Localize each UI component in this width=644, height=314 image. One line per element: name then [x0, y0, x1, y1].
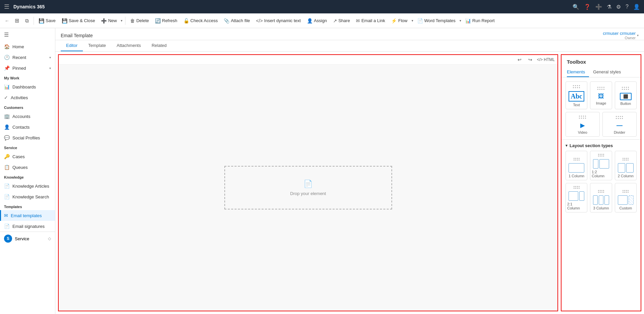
hamburger-icon[interactable]: ☰: [4, 3, 9, 10]
toolbox-tab-general-styles[interactable]: General styles: [593, 67, 625, 77]
service-section-label: Service: [0, 143, 55, 151]
share-button[interactable]: ↗ Share: [330, 17, 353, 25]
recent-chevron-icon: ▾: [49, 56, 51, 59]
layout-1col[interactable]: 1 Column: [566, 151, 587, 180]
layout-section-title: Layout section types: [570, 143, 613, 148]
check-access-button[interactable]: 🔓 Check Access: [181, 17, 221, 25]
element-button[interactable]: ⬛ Button: [615, 81, 637, 109]
drop-zone[interactable]: 📄 Drop your element: [224, 166, 392, 209]
sidebar-item-queues[interactable]: 📋 Queues: [0, 162, 55, 173]
new-dropdown[interactable]: ▾: [120, 17, 123, 24]
email-link-button[interactable]: ✉ Email a Link: [353, 17, 388, 25]
canvas-area: ↩ ↪ </> HTML 📄 Drop your element: [58, 54, 558, 311]
refresh-button[interactable]: 🔄 Refresh: [152, 17, 180, 25]
layout-grid: 1 Column 1:2 Column: [561, 151, 641, 216]
toolbox-tab-elements[interactable]: Elements: [567, 67, 589, 77]
drop-zone-text: Drop your element: [290, 191, 326, 196]
content-area: Email Template crmuser crmuser Owner ▾ E…: [55, 28, 644, 314]
owner-chevron-icon[interactable]: ▾: [637, 34, 639, 37]
flow-dropdown[interactable]: ▾: [411, 17, 414, 24]
filter-icon[interactable]: ⚗: [607, 4, 611, 10]
run-report-button[interactable]: 📊 Run Report: [463, 17, 497, 25]
view-button[interactable]: ⊞: [12, 16, 22, 25]
edit-button[interactable]: ⧉: [22, 16, 32, 25]
element-divider[interactable]: — Divider: [602, 112, 637, 137]
sidebar-item-contacts[interactable]: 👤 Contacts: [0, 122, 55, 132]
1-2col-dots: [598, 154, 604, 156]
word-templates-icon: 📄: [417, 18, 423, 23]
tab-attachments[interactable]: Attachments: [111, 40, 146, 51]
sidebar-item-social-profiles[interactable]: 💬 Social Profiles: [0, 132, 55, 143]
sidebar-item-recent[interactable]: 🕐 Recent ▾: [0, 52, 55, 63]
image-icon: 🖼: [598, 93, 604, 100]
1col-label: 1 Column: [569, 174, 584, 178]
element-image[interactable]: 🖼 Image: [590, 81, 612, 109]
layout-custom[interactable]: Custom: [615, 183, 637, 212]
question-circle-icon[interactable]: ❓: [584, 4, 591, 10]
assign-button[interactable]: 👤 Assign: [304, 17, 330, 25]
element-video[interactable]: ▶ Video: [566, 112, 600, 137]
sidebar-bottom-item[interactable]: S Service ◇: [0, 232, 55, 245]
tab-template[interactable]: Template: [83, 40, 111, 51]
new-button[interactable]: ➕ New: [98, 17, 119, 25]
plus-icon[interactable]: ➕: [595, 4, 602, 10]
back-button[interactable]: ←: [3, 17, 11, 25]
3col-preview: [592, 195, 610, 205]
text-icon: Abc: [569, 91, 584, 102]
word-templates-dropdown[interactable]: ▾: [459, 17, 462, 24]
flow-button[interactable]: ⚡ Flow: [388, 17, 410, 25]
tab-editor[interactable]: Editor: [61, 40, 83, 51]
sidebar-toggle[interactable]: ☰: [0, 28, 55, 41]
tab-related[interactable]: Related: [146, 40, 172, 51]
text-label: Text: [573, 103, 580, 107]
save-button[interactable]: 💾 Save: [36, 17, 58, 25]
word-templates-button[interactable]: 📄 Word Templates: [415, 17, 458, 25]
redo-button[interactable]: ↪: [526, 56, 534, 63]
save-close-button[interactable]: 💾 Save & Close: [59, 17, 98, 25]
pinned-icon: 📌: [4, 65, 10, 71]
elements-section: Abc Text 🖼 Image: [561, 77, 641, 139]
sidebar-item-dashboards[interactable]: 📊 Dashboards: [0, 81, 55, 92]
sidebar: ☰ 🏠 Home 🕐 Recent ▾ 📌 Pinned ▾ My Work 📊…: [0, 28, 55, 314]
insert-dynamic-button[interactable]: </> Insert dynamic text: [253, 17, 303, 25]
sidebar-item-email-signatures[interactable]: 📄 Email signatures: [0, 221, 55, 232]
sidebar-item-pinned[interactable]: 📌 Pinned ▾: [0, 63, 55, 73]
help-icon[interactable]: ?: [626, 4, 629, 10]
top-bar: ☰ Dynamics 365 🔍 ❓ ➕ ⚗ ⚙ ? 👤: [0, 0, 644, 13]
element-text[interactable]: Abc Text: [566, 81, 587, 109]
2-1col-dots: [574, 186, 580, 189]
sidebar-item-home[interactable]: 🏠 Home: [0, 41, 55, 52]
save-icon: 💾: [39, 18, 44, 23]
canvas-toolbar: ↩ ↪ </> HTML: [59, 55, 557, 65]
sidebar-item-knowledge-articles[interactable]: 📄 Knowledge Articles: [0, 181, 55, 191]
templates-section-label: Templates: [0, 202, 55, 210]
layout-3col[interactable]: 3 Column: [590, 183, 612, 212]
sidebar-item-accounts[interactable]: 🏢 Accounts: [0, 111, 55, 122]
layout-1-2col[interactable]: 1:2 Column: [590, 151, 612, 180]
run-report-icon: 📊: [465, 18, 471, 23]
search-icon[interactable]: 🔍: [573, 4, 579, 10]
knowledge-section-label: Knowledge: [0, 173, 55, 181]
html-button[interactable]: </> HTML: [537, 57, 555, 62]
video-label: Video: [578, 130, 587, 134]
layout-2-1col[interactable]: 2:1 Column: [566, 183, 587, 212]
user-icon[interactable]: 👤: [633, 4, 640, 10]
owner-name[interactable]: crmuser crmuser: [603, 31, 636, 36]
delete-button[interactable]: 🗑 Delete: [127, 17, 152, 25]
drop-zone-icon: 📄: [304, 180, 313, 188]
sidebar-item-activities[interactable]: ✓ Activities: [0, 92, 55, 103]
sidebar-item-email-templates[interactable]: ✉ Email templates: [0, 210, 55, 221]
elements-grid: Abc Text 🖼 Image: [566, 81, 637, 109]
undo-button[interactable]: ↩: [516, 56, 524, 63]
record-header: Email Template crmuser crmuser Owner ▾: [55, 28, 644, 40]
sidebar-item-cases[interactable]: 🔑 Cases: [0, 151, 55, 162]
settings-icon[interactable]: ⚙: [616, 4, 621, 10]
custom-dots: [623, 190, 629, 193]
check-access-icon: 🔓: [183, 18, 189, 23]
contacts-icon: 👤: [4, 124, 10, 130]
attach-file-button[interactable]: 📎 Attach file: [221, 17, 253, 25]
layout-2col[interactable]: 2 Column: [615, 151, 637, 180]
app-title: Dynamics 365: [13, 4, 45, 9]
knowledge-articles-icon: 📄: [4, 183, 10, 189]
sidebar-item-knowledge-search[interactable]: 📄 Knowledge Search: [0, 191, 55, 202]
